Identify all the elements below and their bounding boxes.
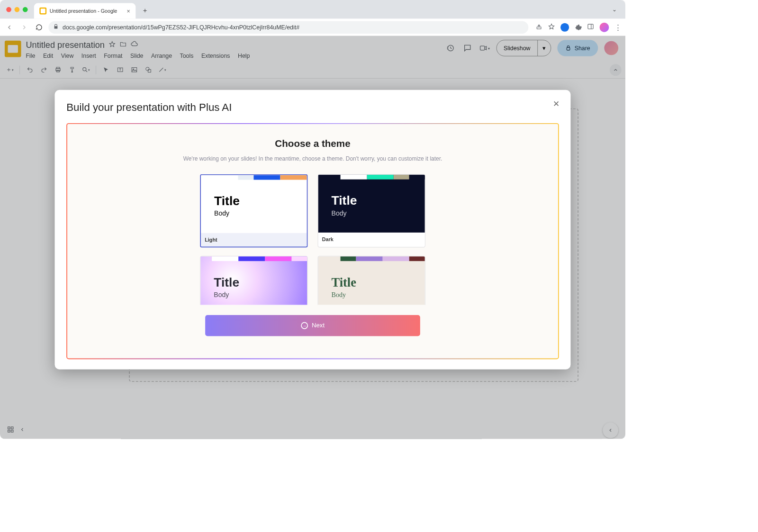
- maximize-window-icon[interactable]: [23, 7, 28, 12]
- swatch-icon: [238, 256, 265, 261]
- share-page-icon[interactable]: [535, 23, 542, 31]
- close-window-icon[interactable]: [6, 7, 11, 12]
- tab-title: Untitled presentation - Google: [50, 8, 124, 14]
- swatch-row: [211, 175, 307, 180]
- swatch-icon: [341, 175, 367, 180]
- close-tab-icon[interactable]: ×: [126, 8, 130, 14]
- preview-body: Body: [214, 210, 240, 218]
- swatch-icon: [341, 256, 356, 261]
- swatch-row: [341, 256, 425, 261]
- extensions-menu-icon[interactable]: [575, 23, 582, 31]
- theme-option-glow[interactable]: Title Body Glow: [200, 256, 307, 305]
- svg-rect-1: [588, 24, 593, 29]
- reload-button[interactable]: [34, 22, 45, 33]
- new-tab-button[interactable]: +: [139, 4, 151, 17]
- plus-ai-modal: Build your presentation with Plus AI ✕ C…: [55, 90, 571, 370]
- browser-toolbar: docs.google.com/presentation/d/15wPg7EZS…: [0, 19, 625, 36]
- url-text: docs.google.com/presentation/d/15wPg7EZS…: [63, 24, 299, 30]
- panel-subtitle: We're working on your slides! In the mea…: [79, 155, 547, 163]
- preview-body: Body: [214, 291, 239, 299]
- swatch-icon: [409, 256, 425, 261]
- address-bar[interactable]: docs.google.com/presentation/d/15wPg7EZS…: [48, 21, 528, 33]
- theme-label: Dark: [318, 233, 425, 246]
- swatch-icon: [238, 175, 253, 180]
- theme-option-dark[interactable]: Title Body Dark: [318, 174, 425, 247]
- swatch-icon: [356, 256, 383, 261]
- arrow-right-circle-icon: →: [301, 322, 308, 329]
- extension-icon[interactable]: [560, 23, 569, 31]
- modal-scrim: Build your presentation with Plus AI ✕ C…: [0, 36, 625, 439]
- swatch-row: [212, 256, 307, 261]
- slides-app: Untitled presentation File Edit View: [0, 36, 625, 439]
- preview-title: Title: [214, 275, 239, 290]
- minimize-window-icon[interactable]: [15, 7, 20, 12]
- lock-icon: [53, 24, 59, 30]
- swatch-icon: [280, 175, 307, 180]
- next-label: Next: [312, 322, 325, 329]
- modal-title: Build your presentation with Plus AI: [66, 102, 559, 114]
- next-button[interactable]: → Next: [205, 315, 420, 336]
- slides-favicon-icon: [39, 8, 46, 15]
- preview-body: Body: [332, 291, 356, 299]
- profile-avatar[interactable]: [600, 22, 609, 32]
- back-button[interactable]: [4, 22, 15, 33]
- theme-panel: Choose a theme We're working on your sli…: [67, 124, 558, 359]
- bookmark-icon[interactable]: [548, 23, 555, 31]
- swatch-row: [341, 175, 425, 180]
- browser-titlebar: Untitled presentation - Google × + ⌄: [0, 0, 625, 19]
- swatch-icon: [383, 256, 409, 261]
- preview-title: Title: [332, 275, 356, 290]
- preview-title: Title: [332, 193, 357, 208]
- theme-label: Light: [201, 233, 307, 246]
- browser-tab[interactable]: Untitled presentation - Google ×: [34, 3, 136, 19]
- swatch-icon: [265, 256, 291, 261]
- preview-title: Title: [214, 194, 240, 208]
- swatch-icon: [211, 175, 238, 180]
- close-modal-icon[interactable]: ✕: [553, 99, 559, 109]
- swatch-icon: [212, 256, 238, 261]
- side-panel-icon[interactable]: [587, 23, 594, 31]
- browser-menu-icon[interactable]: ⋮: [614, 23, 622, 31]
- gradient-frame: Choose a theme We're working on your sli…: [66, 123, 559, 359]
- theme-grid: Title Body Light: [79, 174, 547, 305]
- theme-option-vintage[interactable]: Title Body Vintage: [318, 256, 425, 305]
- swatch-icon: [367, 175, 394, 180]
- swatch-icon: [409, 175, 425, 180]
- swatch-icon: [253, 175, 280, 180]
- forward-button: [19, 22, 30, 33]
- panel-title: Choose a theme: [79, 138, 547, 149]
- swatch-icon: [394, 175, 409, 180]
- swatch-icon: [291, 256, 307, 261]
- window-controls: [6, 7, 27, 12]
- tabs-overflow-icon[interactable]: ⌄: [612, 6, 619, 12]
- preview-body: Body: [332, 209, 357, 217]
- theme-option-light[interactable]: Title Body Light: [200, 174, 307, 247]
